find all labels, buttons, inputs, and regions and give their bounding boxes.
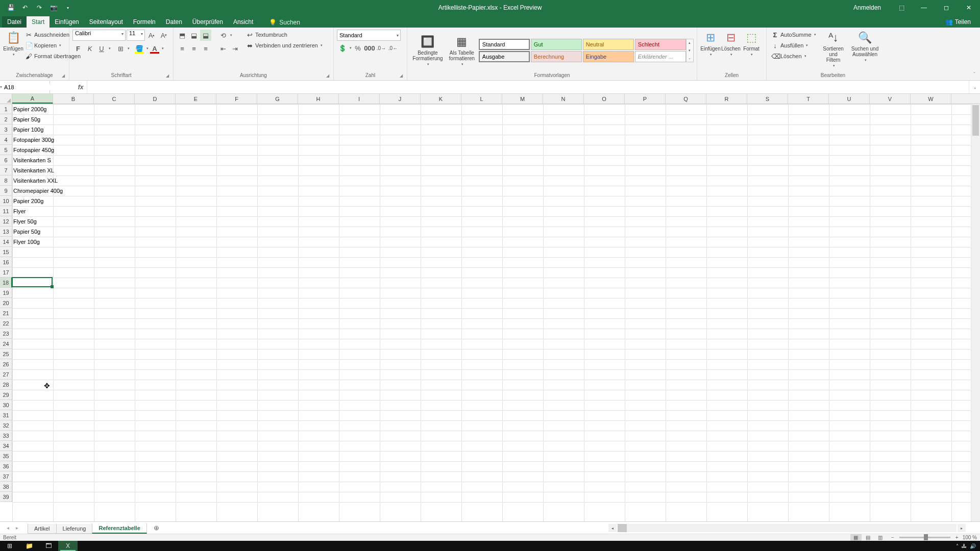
zoom-level[interactable]: 100 % <box>963 535 977 540</box>
align-top-icon[interactable]: ⬒ <box>177 30 188 41</box>
autosum-button[interactable]: ΣAutoSumme▾ <box>770 30 818 40</box>
style-berechnung[interactable]: Berechnung <box>531 51 582 62</box>
name-box[interactable] <box>2 84 77 90</box>
row-header[interactable]: 39 <box>0 492 12 502</box>
cell[interactable]: Papier 50g <box>12 114 41 124</box>
row-header[interactable]: 27 <box>0 369 12 380</box>
sheet-nav-first-icon[interactable]: ◂ <box>4 525 11 531</box>
camera-icon[interactable]: 📷 <box>48 2 59 13</box>
tab-insert[interactable]: Einfügen <box>50 16 84 28</box>
collapse-ribbon-icon[interactable]: ˇ <box>970 70 979 79</box>
signin-button[interactable]: Anmelden <box>853 4 881 11</box>
row-header[interactable]: 16 <box>0 257 12 267</box>
italic-icon[interactable]: K <box>84 43 95 54</box>
wrap-text-button[interactable]: ↩Textumbruch <box>244 30 324 40</box>
save-icon[interactable]: 💾 <box>5 2 16 13</box>
font-size-select[interactable]: 11 <box>127 30 145 41</box>
excel-taskbar-icon[interactable]: X <box>58 541 78 551</box>
qat-dropdown-icon[interactable]: ▾ <box>62 2 74 13</box>
accounting-icon[interactable]: 💲 <box>337 42 348 54</box>
style-schlecht[interactable]: Schlecht <box>635 39 686 50</box>
decrease-decimal-icon[interactable]: .0← <box>387 42 399 54</box>
scrollbar-thumb[interactable] <box>972 105 979 136</box>
increase-decimal-icon[interactable]: .0→ <box>376 42 387 54</box>
align-middle-icon[interactable]: ⬓ <box>188 30 200 41</box>
redo-icon[interactable]: ↷ <box>34 2 45 13</box>
row-header[interactable]: 29 <box>0 390 12 400</box>
row-header[interactable]: 3 <box>0 124 12 135</box>
spreadsheet-grid[interactable]: ABCDEFGHIJKLMNOPQRSTUVW 1234567891011121… <box>0 94 980 521</box>
column-header[interactable]: A <box>12 94 53 104</box>
underline-icon[interactable]: U <box>96 43 107 54</box>
row-header[interactable]: 33 <box>0 431 12 441</box>
row-header[interactable]: 24 <box>0 339 12 349</box>
bold-icon[interactable]: F <box>72 43 84 54</box>
column-header[interactable]: Q <box>666 94 706 104</box>
row-header[interactable]: 35 <box>0 451 12 461</box>
formula-input[interactable] <box>87 81 969 93</box>
delete-cells-button[interactable]: ⊟Löschen▾ <box>721 30 741 58</box>
row-header[interactable]: 4 <box>0 135 12 145</box>
hscroll-thumb[interactable] <box>618 524 627 532</box>
cell[interactable]: Flyer 50g <box>12 216 38 227</box>
column-header[interactable]: U <box>829 94 870 104</box>
style-gut[interactable]: Gut <box>531 39 582 50</box>
column-header[interactable]: G <box>257 94 298 104</box>
row-header[interactable]: 9 <box>0 186 12 196</box>
style-eingabe[interactable]: Eingabe <box>583 51 634 62</box>
column-header[interactable]: V <box>870 94 911 104</box>
style-gallery-spinner[interactable]: ▴▾⌄ <box>686 39 694 62</box>
conditional-formatting-button[interactable]: 🔲Bedingte Formatierung▾ <box>410 34 445 67</box>
column-header[interactable]: N <box>543 94 584 104</box>
row-header[interactable]: 38 <box>0 482 12 492</box>
add-sheet-icon[interactable]: ⊕ <box>150 524 164 532</box>
file-explorer-icon[interactable]: 📁 <box>19 541 39 551</box>
row-header[interactable]: 13 <box>0 227 12 237</box>
row-header[interactable]: 21 <box>0 308 12 318</box>
horizontal-scrollbar[interactable]: ◂ ▸ <box>608 524 966 532</box>
clear-button[interactable]: ⌫Löschen▾ <box>770 51 818 61</box>
cell[interactable]: Fotopapier 300g <box>12 135 55 145</box>
cell[interactable]: Papier 200g <box>12 196 44 206</box>
format-cells-button[interactable]: ⬚Format▾ <box>741 30 762 58</box>
row-header[interactable]: 7 <box>0 165 12 176</box>
hscroll-right-icon[interactable]: ▸ <box>958 524 966 532</box>
column-header[interactable]: R <box>706 94 747 104</box>
row-header[interactable]: 12 <box>0 216 12 227</box>
minimize-icon[interactable]: — <box>913 0 935 15</box>
align-bottom-icon[interactable]: ⬓ <box>200 30 211 41</box>
font-name-select[interactable]: Calibri <box>72 30 126 41</box>
insert-cells-button[interactable]: ⊞Einfügen▾ <box>700 30 721 58</box>
percent-icon[interactable]: % <box>352 42 363 54</box>
row-header[interactable]: 36 <box>0 461 12 471</box>
column-header[interactable]: T <box>788 94 829 104</box>
undo-icon[interactable]: ↶ <box>19 2 31 13</box>
decrease-indent-icon[interactable]: ⇤ <box>217 43 229 54</box>
border-icon[interactable]: ⊞ <box>115 43 126 54</box>
zoom-in-icon[interactable]: + <box>955 535 959 540</box>
number-dialog-icon[interactable]: ◢ <box>400 73 403 78</box>
column-header[interactable]: I <box>339 94 380 104</box>
expand-formula-icon[interactable]: ⌄ <box>969 81 980 93</box>
fill-color-icon[interactable]: 🪣 <box>134 43 145 54</box>
style-standard[interactable]: Standard <box>479 39 530 50</box>
clipboard-dialog-icon[interactable]: ◢ <box>62 73 65 78</box>
row-header[interactable]: 6 <box>0 155 12 165</box>
select-all-corner[interactable] <box>0 94 12 104</box>
align-right-icon[interactable]: ≡ <box>200 43 211 54</box>
tab-pagelayout[interactable]: Seitenlayout <box>84 16 128 28</box>
tray-network-icon[interactable]: 🖧 <box>962 543 967 549</box>
row-header[interactable]: 22 <box>0 318 12 329</box>
style-ausgabe[interactable]: Ausgabe <box>479 51 530 62</box>
row-header[interactable]: 34 <box>0 441 12 451</box>
hscroll-left-icon[interactable]: ◂ <box>608 524 617 532</box>
thousands-icon[interactable]: 000 <box>364 42 375 54</box>
cell[interactable]: Chromepapier 400g <box>12 186 64 196</box>
tray-up-icon[interactable]: ˄ <box>956 543 959 549</box>
sort-filter-button[interactable]: ᴬ↓Sortieren und Filtern▾ <box>818 30 849 69</box>
row-header[interactable]: 18 <box>0 278 12 288</box>
row-header[interactable]: 19 <box>0 288 12 298</box>
column-header[interactable]: J <box>380 94 421 104</box>
column-header[interactable]: H <box>298 94 339 104</box>
close-icon[interactable]: ✕ <box>958 0 980 15</box>
